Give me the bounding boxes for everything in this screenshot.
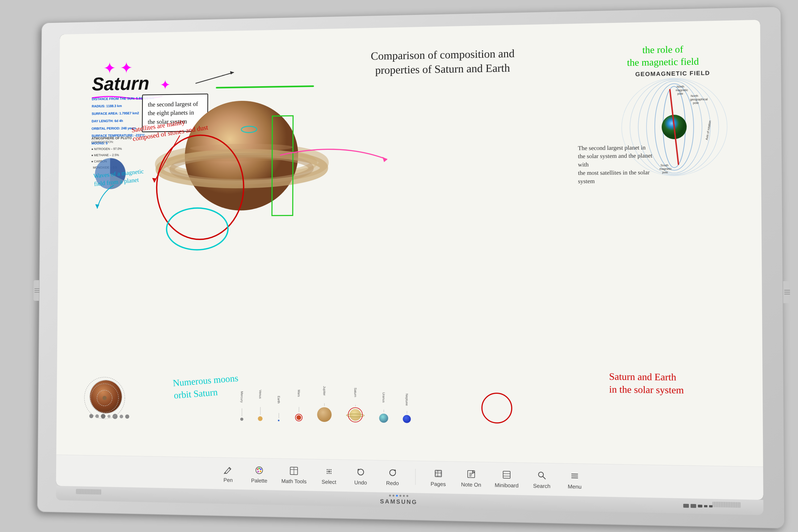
undo-icon [355, 466, 366, 478]
search-icon [536, 469, 548, 481]
svg-text:geographical: geographical [690, 97, 708, 101]
select-label: Select [322, 479, 336, 485]
miniboard-icon [500, 469, 513, 481]
svg-point-57 [330, 471, 331, 472]
port-4 [704, 505, 707, 508]
svg-text:South: South [661, 163, 668, 167]
annotation-saturn-earth: Saturn and Earth in the solar system [609, 370, 684, 397]
brand-center: SAMSUNG [380, 494, 418, 506]
svg-line-71 [543, 476, 545, 479]
svg-point-37 [482, 393, 512, 423]
miniboard-tool[interactable]: Miniboard [495, 469, 519, 489]
toolbar-divider-1 [415, 469, 416, 485]
atmosphere-title: ATMOSPHERE OF PLUTO [92, 136, 132, 140]
svg-point-52 [327, 473, 328, 474]
svg-point-55 [328, 473, 329, 474]
speaker-right [712, 501, 741, 508]
palette-label: Palette [251, 477, 267, 484]
select-icon [323, 466, 335, 477]
note-on-tool[interactable]: Note On [461, 468, 481, 488]
indicator-dot-6 [406, 495, 408, 497]
saturn-planet-image [154, 76, 329, 229]
note-on-label: Note On [461, 481, 481, 488]
palette-icon [253, 464, 265, 476]
screen: Comparison of composition and properties… [56, 20, 763, 467]
menu-label: Menu [568, 483, 582, 490]
samsung-logo: SAMSUNG [380, 498, 418, 506]
svg-text:pole: pole [693, 101, 699, 104]
planet-row: Mercury Venus Earth [240, 385, 411, 423]
svg-text:pole: pole [677, 92, 683, 95]
undo-label: Undo [354, 479, 367, 486]
orbital-diagram [77, 374, 132, 422]
port-3 [698, 505, 703, 508]
left-handle [34, 280, 39, 301]
math-tools-label: Math Tools [281, 478, 307, 484]
miniboard-label: Miniboard [495, 482, 519, 489]
speaker-left [76, 489, 101, 494]
pages-icon [432, 467, 444, 479]
indicator-dot-4 [400, 495, 401, 497]
indicator-dots [389, 494, 408, 497]
search-label: Search [533, 483, 550, 490]
svg-point-44 [260, 468, 262, 470]
pages-label: Pages [431, 481, 446, 487]
magenta-stars: ✦ ✦ [103, 58, 133, 77]
undo-tool[interactable]: Undo [352, 466, 370, 486]
redo-icon [386, 467, 398, 478]
svg-rect-67 [503, 471, 510, 478]
svg-point-51 [330, 469, 331, 470]
pen-icon [222, 464, 234, 475]
port-1 [683, 504, 689, 508]
search-tool[interactable]: Search [532, 469, 551, 490]
svg-point-58 [328, 471, 330, 472]
saturn-svg [154, 76, 329, 229]
port-5 [709, 505, 712, 508]
svg-point-53 [330, 473, 331, 474]
menu-icon [568, 470, 581, 482]
annotation-moons: Numerous moons orbit Saturn [172, 372, 240, 402]
geo-field-svg: North magnetic pole North geographical p… [616, 75, 733, 179]
svg-rect-62 [436, 471, 440, 476]
pen-label: Pen [224, 477, 233, 483]
pen-tool[interactable]: Pen [219, 464, 237, 483]
svg-point-43 [259, 467, 260, 469]
magnetic-field-title: the role of the magnetic field [627, 42, 699, 69]
note-on-icon [465, 468, 477, 480]
pages-tool[interactable]: Pages [429, 467, 448, 487]
geo-field-diagram: North magnetic pole North geographical p… [616, 75, 733, 179]
right-handle [783, 281, 790, 303]
svg-text:pole: pole [662, 171, 668, 174]
svg-text:North: North [677, 84, 684, 88]
svg-point-54 [328, 469, 329, 470]
indicator-dot-active [396, 494, 398, 496]
port-2 [690, 504, 696, 508]
port-area [683, 504, 712, 508]
main-title: Comparison of composition and properties… [371, 46, 515, 77]
indicator-dot-1 [389, 494, 391, 496]
redo-label: Redo [386, 480, 399, 486]
redo-tool[interactable]: Redo [383, 467, 402, 487]
svg-point-50 [327, 469, 328, 470]
monitor-bezel: Comparison of composition and properties… [56, 20, 763, 500]
menu-tool[interactable]: Menu [565, 470, 584, 490]
svg-text:magnetic: magnetic [676, 88, 688, 92]
indicator-dot-5 [403, 495, 405, 497]
monitor: Comparison of composition and properties… [37, 6, 785, 529]
palette-tool[interactable]: Palette [250, 464, 268, 484]
svg-text:North: North [691, 94, 698, 97]
indicator-dot-2 [393, 494, 395, 496]
svg-point-46 [258, 471, 259, 472]
select-tool[interactable]: Select [320, 465, 338, 485]
svg-point-42 [257, 468, 259, 470]
svg-text:Axis of rotation: Axis of rotation [705, 120, 712, 140]
atmosphere-subtitle: COMPOSITION: [92, 140, 132, 144]
svg-point-56 [327, 471, 328, 472]
content-area: Comparison of composition and properties… [56, 20, 763, 467]
svg-marker-36 [382, 157, 387, 162]
svg-point-32 [102, 396, 107, 400]
math-tools-tool[interactable]: Math Tools [281, 465, 307, 484]
svg-text:magnetic: magnetic [660, 167, 672, 170]
math-tools-icon [288, 465, 300, 477]
svg-point-45 [260, 470, 262, 472]
